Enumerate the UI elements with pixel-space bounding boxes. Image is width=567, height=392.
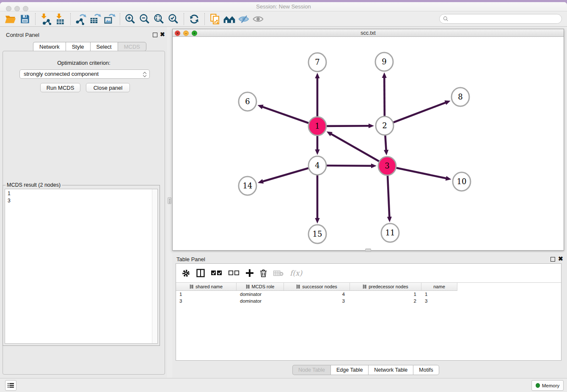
refresh-icon[interactable] [187,12,201,26]
memory-button[interactable]: Memory [531,380,564,391]
tab-select[interactable]: Select [90,42,118,51]
graph-node-4[interactable]: 4 [308,156,326,175]
column-header[interactable]: predecessor nodes [350,283,421,291]
graph-node-9[interactable]: 9 [375,52,393,71]
tab-motifs[interactable]: Motifs [413,365,439,375]
zoom-selected-icon[interactable] [166,12,181,26]
zoom-fit-icon[interactable] [152,12,166,26]
svg-text:1: 1 [315,121,319,130]
tab-network[interactable]: Network [33,42,66,51]
graph-node-2[interactable]: 2 [376,116,394,135]
export-image-icon[interactable] [102,12,117,26]
graph-edge-arrowhead [315,149,319,155]
optimization-criterion-label: Optimization criterion: [3,60,165,66]
create-column-icon[interactable] [246,269,253,277]
close-table-panel-icon[interactable]: ✖ [558,255,563,262]
toolbar-separator [70,13,71,25]
graph-node-15[interactable]: 15 [308,225,326,243]
close-panel-button[interactable]: Close panel [86,83,130,92]
svg-text:10: 10 [457,177,467,186]
task-history-button[interactable] [5,380,17,391]
delete-column-icon[interactable] [260,269,267,277]
graph-edge-arrowhead [444,100,450,105]
mcds-result-text[interactable]: 1 3 [5,189,158,344]
import-table-icon[interactable] [53,12,67,26]
tab-style[interactable]: Style [66,42,90,51]
graph-edge-arrowhead [387,217,392,222]
criterion-select[interactable]: strongly connected component [19,69,150,79]
unselect-all-columns-icon[interactable] [228,271,239,276]
table-toolbar: f(x) [176,264,561,282]
float-table-panel-icon[interactable] [550,257,555,262]
memory-label: Memory [542,383,560,388]
toolbar-separator [184,13,184,25]
graph-node-7[interactable]: 7 [308,53,326,72]
network-canvas[interactable]: 7968124314101511 [173,37,564,250]
table-row[interactable]: 3 dominator 3 2 3 [176,298,561,304]
graph-edge-arrowhead [384,150,388,155]
graph-node-6[interactable]: 6 [239,92,256,111]
show-column-panel-icon[interactable] [196,269,205,277]
zoom-in-icon[interactable] [123,12,138,26]
graph-edge-3-1[interactable] [330,134,387,166]
result-scrollbar[interactable] [152,189,157,343]
horizontal-splitter-handle[interactable] [365,248,371,252]
export-table-icon[interactable] [88,12,102,26]
svg-text:14: 14 [243,181,253,190]
open-file-icon[interactable] [3,12,18,26]
zoom-out-icon[interactable] [138,12,152,26]
graph-edge-arrowhead [315,218,319,224]
column-header[interactable]: MCDS role [237,283,284,291]
column-header[interactable]: name [421,283,457,291]
graph-node-1[interactable]: 1 [308,117,326,135]
toolbar-separator [120,13,120,25]
fx-label: f(x) [290,269,302,277]
search-icon [443,16,449,22]
graph-node-8[interactable]: 8 [451,88,469,106]
memory-status-icon [536,383,540,388]
tab-edge-table[interactable]: Edge Table [330,365,368,375]
run-mcds-button[interactable]: Run MCDS [40,83,80,92]
close-panel-icon[interactable]: ✖ [160,31,165,38]
graph-node-10[interactable]: 10 [453,172,471,191]
result-line: 3 [8,197,157,204]
graph-edge-arrowhead [371,163,377,168]
table-panel: Table Panel ✖ [172,252,567,378]
panel-splitter-handle[interactable] [168,197,171,204]
search-input[interactable] [451,16,561,22]
graph-edge-arrowhead [382,72,387,78]
tab-node-table[interactable]: Node Table [292,365,330,375]
control-panel: Control Panel ✖ Network Style Select MCD… [0,27,167,378]
home-layout-icon[interactable] [222,12,237,26]
tab-mcds[interactable]: MCDS [118,42,146,51]
table-row[interactable]: 1 dominator 4 1 1 [176,291,561,298]
node-table-header: shared name MCDS role successor nodes pr… [176,282,561,291]
graph-edge-arrowhead [258,105,264,109]
function-builder-icon[interactable]: f(x) [290,269,302,277]
table-settings-gear-icon[interactable] [182,269,190,277]
graph-node-14[interactable]: 14 [239,177,256,195]
svg-text:15: 15 [313,229,322,238]
select-all-columns-icon[interactable] [211,271,222,276]
save-session-icon[interactable] [18,12,32,26]
float-panel-icon[interactable] [153,33,157,37]
network-window-titlebar[interactable]: ✕ – + scc.txt [173,29,564,37]
network-view-title: scc.txt [173,30,564,36]
graph-edge-2-8[interactable] [385,102,446,126]
svg-text:4: 4 [315,161,319,170]
hide-graphics-icon[interactable] [237,12,251,26]
graph-node-3[interactable]: 3 [378,157,396,175]
column-header[interactable]: shared name [176,283,237,291]
duplicate-network-icon[interactable] [208,12,222,26]
show-graphics-icon[interactable] [251,12,265,26]
graph-node-11[interactable]: 11 [381,224,399,242]
export-network-icon[interactable] [74,12,88,26]
column-header[interactable]: successor nodes [284,283,350,291]
graph-edge-arrowhead [369,124,374,128]
delete-table-icon[interactable] [273,270,284,276]
import-network-icon[interactable] [39,12,53,26]
search-field[interactable] [439,14,562,24]
svg-text:6: 6 [245,97,250,106]
tab-network-table[interactable]: Network Table [368,365,413,375]
criterion-selected-value: strongly connected component [24,71,99,77]
